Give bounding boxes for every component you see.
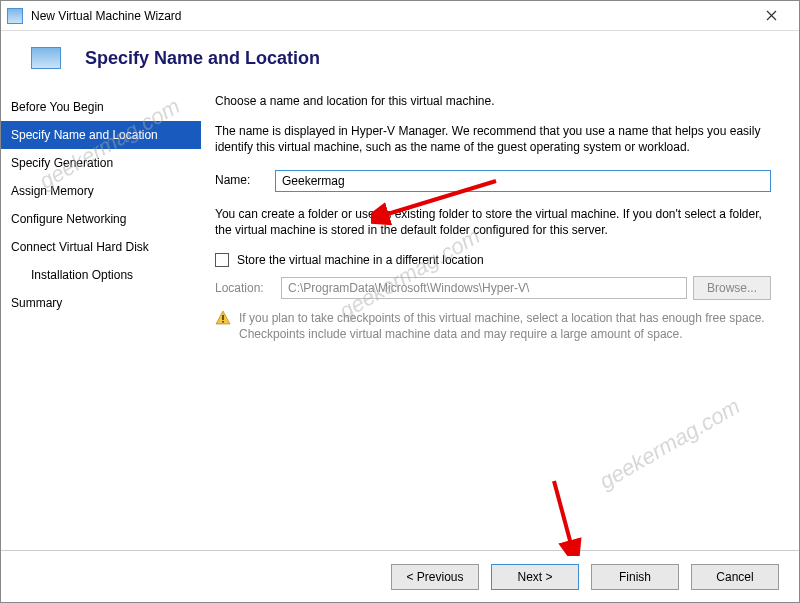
step-connect-vhd[interactable]: Connect Virtual Hard Disk bbox=[1, 233, 201, 261]
step-installation-options[interactable]: Installation Options bbox=[1, 261, 201, 289]
warning-icon bbox=[215, 310, 231, 342]
name-label: Name: bbox=[215, 172, 275, 188]
close-button[interactable] bbox=[749, 2, 793, 30]
previous-button[interactable]: < Previous bbox=[391, 564, 479, 590]
page-title: Specify Name and Location bbox=[85, 48, 320, 69]
desc-text: The name is displayed in Hyper-V Manager… bbox=[215, 123, 771, 155]
intro-text: Choose a name and location for this virt… bbox=[215, 93, 771, 109]
step-specify-name-location[interactable]: Specify Name and Location bbox=[1, 121, 201, 149]
main-area: Before You Begin Specify Name and Locati… bbox=[1, 89, 799, 529]
svg-rect-0 bbox=[222, 315, 224, 320]
location-label: Location: bbox=[215, 280, 275, 296]
warning-text: If you plan to take checkpoints of this … bbox=[239, 310, 771, 342]
location-input bbox=[281, 277, 687, 299]
store-different-location-label: Store the virtual machine in a different… bbox=[237, 252, 484, 268]
titlebar: New Virtual Machine Wizard bbox=[1, 1, 799, 31]
step-before-you-begin[interactable]: Before You Begin bbox=[1, 93, 201, 121]
name-input[interactable] bbox=[275, 170, 771, 192]
wizard-header: Specify Name and Location bbox=[1, 31, 799, 89]
svg-rect-1 bbox=[222, 321, 224, 323]
next-button[interactable]: Next > bbox=[491, 564, 579, 590]
cancel-button[interactable]: Cancel bbox=[691, 564, 779, 590]
wizard-icon bbox=[31, 47, 61, 69]
wizard-footer: < Previous Next > Finish Cancel bbox=[1, 550, 799, 602]
folder-desc: You can create a folder or use an existi… bbox=[215, 206, 771, 238]
wizard-content: Choose a name and location for this virt… bbox=[201, 89, 799, 529]
step-configure-networking[interactable]: Configure Networking bbox=[1, 205, 201, 233]
step-summary[interactable]: Summary bbox=[1, 289, 201, 317]
step-assign-memory[interactable]: Assign Memory bbox=[1, 177, 201, 205]
browse-button: Browse... bbox=[693, 276, 771, 300]
store-different-location-checkbox[interactable] bbox=[215, 253, 229, 267]
finish-button[interactable]: Finish bbox=[591, 564, 679, 590]
app-icon bbox=[7, 8, 23, 24]
step-specify-generation[interactable]: Specify Generation bbox=[1, 149, 201, 177]
wizard-steps: Before You Begin Specify Name and Locati… bbox=[1, 89, 201, 529]
window-title: New Virtual Machine Wizard bbox=[31, 9, 749, 23]
